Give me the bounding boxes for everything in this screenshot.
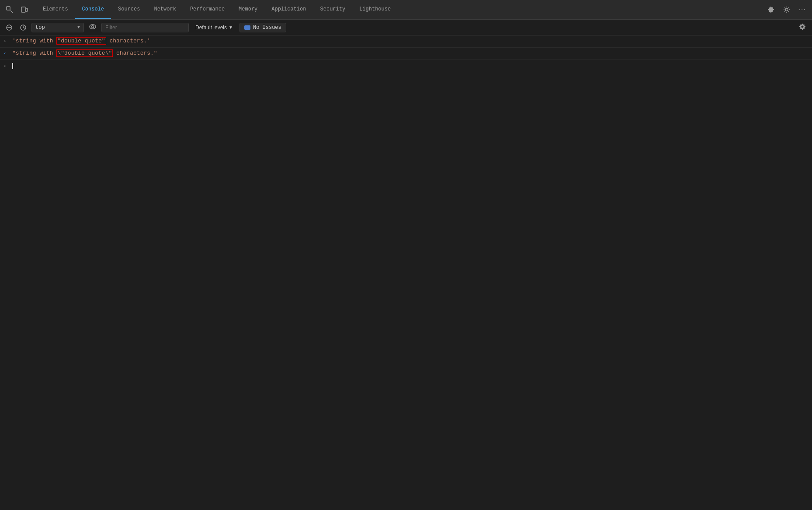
tab-memory[interactable]: Memory	[232, 0, 264, 19]
tab-application[interactable]: Application	[264, 0, 313, 19]
console-toolbar: top ▼ Default levels ▼ No Issues	[0, 20, 812, 35]
tab-bar: Elements Console Sources Network Perform…	[0, 0, 812, 20]
input-prompt-icon: ›	[3, 63, 9, 69]
expand-arrow-1[interactable]: ›	[3, 38, 9, 45]
tab-network[interactable]: Network	[147, 0, 183, 19]
chevron-down-icon: ▼	[77, 25, 80, 30]
svg-rect-2	[26, 8, 28, 11]
svg-rect-1	[21, 7, 25, 12]
tab-lighthouse[interactable]: Lighthouse	[352, 0, 398, 19]
svg-rect-0	[7, 7, 10, 10]
chevron-down-icon: ▼	[229, 25, 233, 30]
no-issues-badge[interactable]: No Issues	[239, 23, 286, 32]
svg-point-7	[90, 24, 96, 29]
tab-elements[interactable]: Elements	[36, 0, 75, 19]
remote-devices-button[interactable]	[781, 4, 793, 15]
tab-sources[interactable]: Sources	[111, 0, 147, 19]
console-line-1: › 'string with "double quote" characters…	[0, 35, 812, 48]
console-input-line[interactable]: ›	[0, 60, 812, 72]
cursor	[12, 63, 13, 69]
preserve-log-button[interactable]	[17, 23, 29, 32]
tab-security[interactable]: Security	[313, 0, 353, 19]
tab-performance[interactable]: Performance	[183, 0, 232, 19]
no-issues-label: No Issues	[253, 24, 281, 31]
context-value: top	[35, 24, 45, 31]
log-levels-dropdown[interactable]: Default levels ▼	[191, 23, 237, 32]
issues-icon	[244, 25, 250, 30]
return-arrow-2: ‹	[3, 50, 9, 57]
console-line-2-content: "string with \"double quote\" characters…	[12, 49, 809, 57]
javascript-context-selector[interactable]: top ▼	[31, 23, 84, 32]
console-line-1-content: 'string with "double quote" characters.'	[12, 37, 809, 45]
console-settings-button[interactable]	[796, 22, 809, 33]
log-levels-label: Default levels	[195, 24, 227, 31]
device-toolbar-button[interactable]	[18, 4, 31, 15]
tab-items: Elements Console Sources Network Perform…	[36, 0, 765, 19]
more-tabs-button[interactable]: ···	[796, 4, 809, 15]
svg-point-3	[785, 8, 788, 11]
filter-input[interactable]	[101, 23, 189, 32]
svg-point-8	[92, 26, 94, 28]
console-line-2: ‹ "string with \"double quote\" characte…	[0, 48, 812, 60]
settings-button[interactable]	[765, 4, 777, 15]
tab-console[interactable]: Console	[75, 0, 111, 19]
live-expressions-button[interactable]	[87, 22, 99, 33]
devtools-window: Elements Console Sources Network Perform…	[0, 0, 812, 510]
tab-bar-left-icons	[3, 4, 31, 15]
clear-console-button[interactable]	[3, 23, 15, 32]
console-output[interactable]: › 'string with "double quote" characters…	[0, 35, 812, 510]
inspect-element-button[interactable]	[3, 4, 16, 15]
tab-bar-right-icons: ···	[765, 4, 809, 15]
